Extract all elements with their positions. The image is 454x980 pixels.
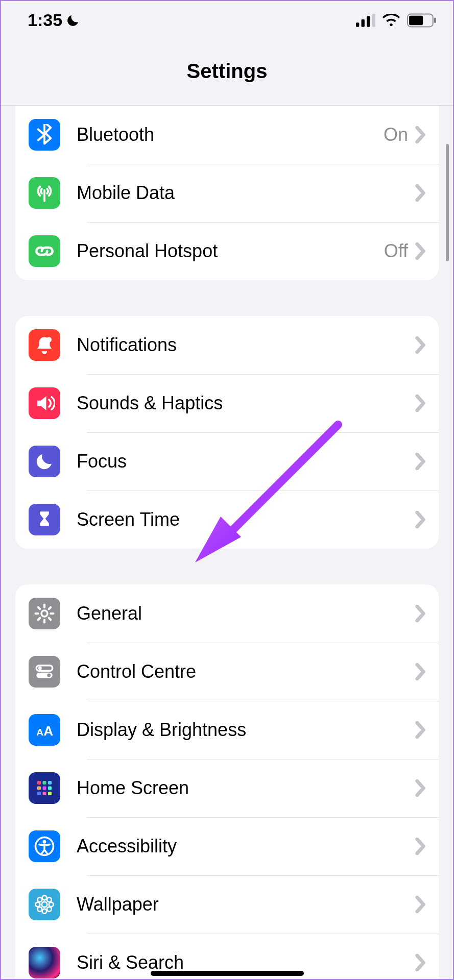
svg-rect-22 xyxy=(43,792,46,795)
svg-text:A: A xyxy=(43,723,53,739)
svg-point-12 xyxy=(47,674,51,677)
row-label: Focus xyxy=(77,451,415,472)
home-indicator xyxy=(151,971,304,976)
chevron-right-icon xyxy=(415,954,425,971)
svg-rect-6 xyxy=(434,17,436,22)
svg-rect-5 xyxy=(409,15,423,25)
antenna-icon xyxy=(29,177,60,209)
link-icon xyxy=(29,235,60,267)
row-display-brightness[interactable]: AA Display & Brightness xyxy=(15,701,439,759)
row-label: Mobile Data xyxy=(77,182,415,204)
row-control-centre[interactable]: Control Centre xyxy=(15,643,439,701)
text-size-icon: AA xyxy=(29,714,60,746)
row-label: Control Centre xyxy=(77,661,415,682)
chevron-right-icon xyxy=(415,336,425,354)
chevron-right-icon xyxy=(415,184,425,202)
chevron-right-icon xyxy=(415,605,425,622)
svg-point-32 xyxy=(47,897,52,902)
chevron-right-icon xyxy=(415,126,425,143)
row-label: Personal Hotspot xyxy=(77,240,384,262)
svg-point-7 xyxy=(46,337,52,342)
group-alerts: Notifications Sounds & Haptics Focus Scr… xyxy=(15,316,439,549)
row-screen-time[interactable]: Screen Time xyxy=(15,491,439,549)
switches-icon xyxy=(29,656,60,688)
row-label: Home Screen xyxy=(77,777,415,799)
chevron-right-icon xyxy=(415,779,425,797)
svg-rect-1 xyxy=(362,19,365,27)
row-label: Siri & Search xyxy=(77,952,415,973)
chevron-right-icon xyxy=(415,453,425,470)
svg-rect-2 xyxy=(367,16,370,27)
cellular-icon xyxy=(356,14,375,27)
svg-rect-19 xyxy=(43,787,46,790)
row-label: General xyxy=(77,603,415,624)
moon-icon xyxy=(65,13,81,28)
svg-point-31 xyxy=(37,897,42,902)
svg-rect-17 xyxy=(48,781,52,785)
clock-text: 1:35 xyxy=(28,10,62,30)
page-title: Settings xyxy=(1,39,453,106)
chevron-right-icon xyxy=(415,511,425,528)
svg-point-29 xyxy=(36,902,40,907)
app-grid-icon xyxy=(29,772,60,804)
row-sounds-haptics[interactable]: Sounds & Haptics xyxy=(15,374,439,432)
svg-rect-3 xyxy=(372,14,375,27)
chevron-right-icon xyxy=(415,721,425,739)
svg-rect-21 xyxy=(37,792,41,795)
row-notifications[interactable]: Notifications xyxy=(15,316,439,374)
chevron-right-icon xyxy=(415,395,425,412)
status-time: 1:35 xyxy=(28,10,81,30)
svg-rect-20 xyxy=(48,787,52,790)
group-system: General Control Centre AA Display & Brig… xyxy=(15,584,439,980)
row-accessibility[interactable]: Accessibility xyxy=(15,817,439,875)
chevron-right-icon xyxy=(415,896,425,913)
row-label: Bluetooth xyxy=(77,124,384,145)
moon-icon xyxy=(29,446,60,477)
svg-point-34 xyxy=(47,907,52,912)
svg-rect-15 xyxy=(37,781,41,785)
row-label: Wallpaper xyxy=(77,894,415,915)
svg-rect-18 xyxy=(37,787,41,790)
svg-point-10 xyxy=(38,667,42,670)
settings-list: Bluetooth On Mobile Data Personal Hotspo… xyxy=(1,106,453,980)
scrollbar[interactable] xyxy=(446,144,449,261)
siri-icon xyxy=(29,947,60,978)
row-personal-hotspot[interactable]: Personal Hotspot Off xyxy=(15,222,439,280)
chevron-right-icon xyxy=(415,663,425,680)
row-focus[interactable]: Focus xyxy=(15,432,439,491)
svg-point-27 xyxy=(42,896,47,900)
bell-icon xyxy=(29,329,60,361)
row-home-screen[interactable]: Home Screen xyxy=(15,759,439,817)
svg-point-26 xyxy=(42,902,47,908)
chevron-right-icon xyxy=(415,242,425,260)
battery-icon xyxy=(407,13,437,28)
svg-rect-23 xyxy=(48,792,52,795)
row-label: Display & Brightness xyxy=(77,719,415,741)
row-label: Notifications xyxy=(77,334,415,356)
accessibility-icon xyxy=(29,830,60,862)
svg-point-28 xyxy=(42,909,47,914)
row-value: On xyxy=(384,124,408,145)
hourglass-icon xyxy=(29,504,60,535)
status-bar: 1:35 xyxy=(1,1,453,39)
svg-point-8 xyxy=(41,610,47,617)
chevron-right-icon xyxy=(415,838,425,855)
svg-point-33 xyxy=(37,907,42,912)
row-general[interactable]: General xyxy=(15,584,439,643)
row-bluetooth[interactable]: Bluetooth On xyxy=(15,106,439,164)
gear-icon xyxy=(29,598,60,629)
wifi-icon xyxy=(383,14,400,27)
row-label: Accessibility xyxy=(77,836,415,857)
row-label: Screen Time xyxy=(77,509,415,530)
svg-text:A: A xyxy=(36,727,43,738)
speaker-icon xyxy=(29,387,60,419)
svg-point-25 xyxy=(43,840,46,844)
svg-point-35 xyxy=(37,955,52,970)
bluetooth-icon xyxy=(29,119,60,151)
flower-icon xyxy=(29,889,60,920)
row-mobile-data[interactable]: Mobile Data xyxy=(15,164,439,222)
row-wallpaper[interactable]: Wallpaper xyxy=(15,875,439,934)
row-label: Sounds & Haptics xyxy=(77,393,415,414)
row-value: Off xyxy=(384,240,408,262)
svg-rect-0 xyxy=(356,22,359,27)
